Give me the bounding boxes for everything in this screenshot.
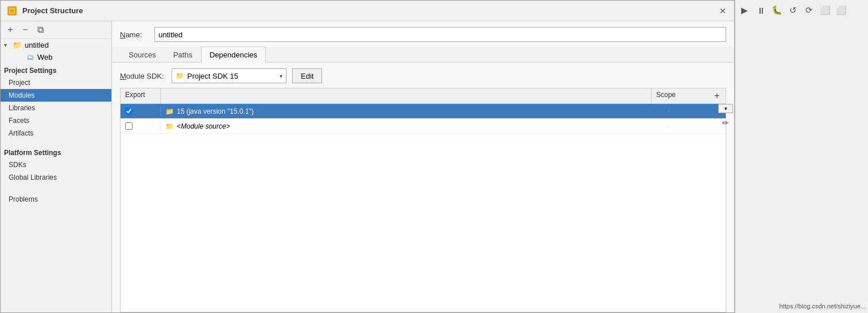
tab-dependencies[interactable]: Dependencies [201,47,266,63]
dep-name-label: <Module source> [177,122,230,130]
dep-name-cell: 📁 <Module source> [161,121,668,132]
edit-sdk-button[interactable]: Edit [292,68,322,83]
dep-name-label: 15 (java version "15.0.1") [177,107,254,115]
sidebar-toolbar: + − ⧉ [1,21,111,39]
run-button[interactable]: ▶ [738,3,751,17]
pause-button[interactable]: ⏸ [754,3,768,17]
sdk-folder-icon: 📁 [176,72,184,80]
name-input[interactable] [154,27,726,42]
export-checkbox[interactable] [125,122,133,130]
copy-item-button[interactable]: ⧉ [34,24,46,36]
scope-column-header: Scope [651,88,708,103]
deps-table-body: 📁 15 (java version "15.0.1") � [120,103,726,312]
web-folder-icon: 🗂 [25,53,35,61]
name-label: Name: [120,30,149,39]
title-bar: Project Structure ✕ [1,1,734,21]
sidebar-item-libraries[interactable]: Libraries [1,102,111,114]
tree-item-label: Web [37,53,53,61]
sdk-value: Project SDK 15 [187,72,238,80]
tree-item-label: untitled [25,41,49,49]
dep-export-check[interactable] [121,121,161,131]
folder-icon: 📁 [12,41,22,49]
dropdown-chevron-icon: ▾ [280,73,282,79]
url-bar: https://blog.csdn.net/shiziyue... [780,303,866,310]
sidebar-item-facets[interactable]: Facets [1,114,111,127]
tree-item-untitled[interactable]: ▾ 📁 untitled [1,39,111,51]
toolbar-row: ▶ ⏸ 🐛 ↺ ⟳ ⬜ ⬜ [738,3,866,17]
dependencies-container: Export Scope + 📁 15 (java version "15.0.… [112,88,734,312]
name-column-header [161,88,651,103]
debug-button[interactable]: 🐛 [770,3,784,17]
project-structure-dialog: Project Structure ✕ + − ⧉ ▾ 📁 untitled [0,0,735,313]
tabs-bar: Sources Paths Dependencies [112,47,734,63]
app-icon [6,5,18,17]
tree-item-web[interactable]: 🗂 Web [1,51,111,63]
sdk-dropdown[interactable]: 📁 Project SDK 15 ▾ [172,68,286,83]
sidebar-item-project[interactable]: Project [1,76,111,89]
dialog-title: Project Structure [22,6,717,15]
dep-row[interactable]: 📁 15 (java version "15.0.1") [121,104,726,119]
add-item-button[interactable]: + [4,24,17,36]
expand-arrow: ▾ [4,42,12,48]
reload-button[interactable]: ↺ [786,3,800,17]
export-checkbox[interactable] [125,107,133,115]
platform-settings-header: Platform Settings [1,145,111,159]
project-settings-header: Project Settings [1,63,111,76]
add-dep-button[interactable]: + [708,88,726,103]
name-row: Name: [112,21,734,47]
scroll-down-button[interactable]: ▾ [718,104,733,113]
export-column-header: Export [121,88,161,103]
right-side-toolbar: ▾ ✏ [717,103,734,132]
dialog-content: + − ⧉ ▾ 📁 untitled 🗂 Web Project Setting… [1,21,734,312]
sidebar-item-artifacts[interactable]: Artifacts [1,127,111,140]
close-button[interactable]: ✕ [717,5,728,17]
tab-sources[interactable]: Sources [120,47,165,63]
sdk-label: Module SDK: [120,72,166,80]
deps-table-header: Export Scope + [120,88,726,103]
sidebar-item-modules[interactable]: Modules [1,89,111,102]
refresh-button[interactable]: ⟳ [802,3,816,17]
dep-row[interactable]: 📁 <Module source> [121,119,726,134]
sidebar-item-problems[interactable]: Problems [1,193,111,206]
stop-button[interactable]: ⬜ [818,3,832,17]
edit-pencil-button[interactable]: ✏ [718,115,733,130]
tab-paths[interactable]: Paths [165,47,201,63]
sdk-row: Module SDK: 📁 Project SDK 15 ▾ Edit [112,63,734,88]
sidebar: + − ⧉ ▾ 📁 untitled 🗂 Web Project Setting… [1,21,112,312]
external-toolbar: ▶ ⏸ 🐛 ↺ ⟳ ⬜ ⬜ https://blog.csdn.net/shiz… [735,0,868,313]
dep-name-cell: 📁 15 (java version "15.0.1") [161,106,668,117]
remove-item-button[interactable]: − [19,24,32,36]
dep-export-check[interactable] [121,106,161,116]
main-panel: Name: Sources Paths Dependencies Module … [112,21,734,312]
sidebar-item-sdks[interactable]: SDKs [1,159,111,171]
sidebar-item-global-libraries[interactable]: Global Libraries [1,171,111,184]
dep-folder-icon: 📁 [165,122,174,130]
svg-rect-2 [10,9,14,13]
stop2-button[interactable]: ⬜ [834,3,848,17]
dep-folder-icon: 📁 [165,107,174,115]
